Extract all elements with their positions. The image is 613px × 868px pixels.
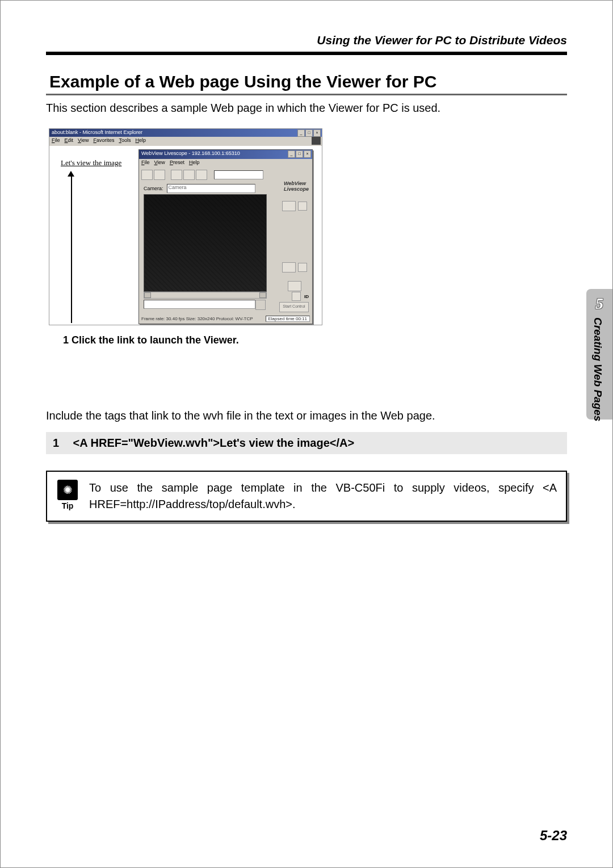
body-text: Include the tags that link to the wvh fi… bbox=[46, 409, 567, 422]
chapter-tab: 5 Creating Web Pages bbox=[586, 289, 612, 420]
tip-label: Tip bbox=[62, 501, 74, 510]
section-title: Example of a Web page Using the Viewer f… bbox=[46, 72, 567, 95]
viewer-menu-help: Help bbox=[189, 160, 200, 167]
toolbar-btn-1 bbox=[141, 170, 153, 180]
ie-menubar: File Edit View Favorites Tools Help bbox=[49, 137, 322, 146]
video-image bbox=[144, 194, 267, 292]
minimize-icon: _ bbox=[288, 150, 295, 158]
ie-menu-help: Help bbox=[135, 137, 146, 145]
start-control-button: Start Control bbox=[279, 302, 309, 312]
webview-logo: WebView Livescope bbox=[284, 181, 309, 192]
page-header: Using the Viewer for PC to Distribute Vi… bbox=[317, 33, 567, 47]
toolbar-btn-2 bbox=[154, 170, 165, 180]
viewer-toolbar bbox=[139, 168, 312, 182]
tip-box: ✺ Tip To use the sample page template in… bbox=[46, 471, 567, 522]
camera-field: Camera bbox=[167, 184, 255, 193]
viewer-menu-preset: Preset bbox=[170, 160, 184, 167]
viewer-menu-view: View bbox=[154, 160, 165, 167]
dropdown-arrow-icon bbox=[255, 300, 266, 310]
toolbar-dropdown bbox=[214, 170, 263, 179]
webpage-link: Let's view the image bbox=[61, 158, 121, 167]
ie-title-text: about:blank - Microsoft Internet Explore… bbox=[52, 129, 142, 135]
figure-caption: 1 Click the link to launch the Viewer. bbox=[63, 334, 239, 346]
ie-window-controls: _ □ × bbox=[297, 129, 321, 137]
side-up-icon bbox=[298, 202, 307, 211]
close-icon: × bbox=[313, 129, 321, 137]
side-btn-2 bbox=[282, 262, 296, 272]
horizontal-scrollbar bbox=[144, 292, 267, 299]
intro-text: This section describes a sample Web page… bbox=[46, 102, 567, 115]
status-text: Frame rate: 30.40 fps Size: 320x240 Prot… bbox=[141, 316, 253, 321]
bottom-dropdown bbox=[144, 300, 255, 309]
viewer-menu-file: File bbox=[141, 160, 150, 167]
viewer-window-controls: _ □ × bbox=[288, 150, 311, 158]
header-rule bbox=[46, 52, 567, 55]
ie-menu-tools: Tools bbox=[119, 137, 131, 145]
maximize-icon: □ bbox=[305, 129, 313, 137]
maximize-icon: □ bbox=[296, 150, 303, 158]
code-example: 1 <A HREF="WebView.wvh">Let's view the i… bbox=[46, 432, 567, 454]
side-btn-3 bbox=[288, 281, 301, 291]
id-label: ID bbox=[304, 294, 309, 299]
ie-titlebar: about:blank - Microsoft Internet Explore… bbox=[49, 129, 322, 137]
ie-body: Let's view the image WebView Livescope -… bbox=[51, 146, 321, 324]
chapter-title: Creating Web Pages bbox=[591, 317, 604, 421]
id-strip: ID bbox=[292, 292, 309, 301]
toolbar-btn-3 bbox=[171, 170, 182, 180]
lightbulb-icon: ✺ bbox=[57, 480, 78, 500]
chapter-number: 5 bbox=[595, 295, 603, 313]
close-icon: × bbox=[304, 150, 311, 158]
ie-logo-icon bbox=[312, 137, 321, 145]
viewer-window: WebView Livescope - 192.168.100.1:65310 … bbox=[138, 149, 313, 324]
ie-menu-edit: Edit bbox=[65, 137, 74, 145]
side-btn-1 bbox=[282, 201, 296, 211]
logo-line2: Livescope bbox=[284, 186, 309, 192]
ie-menu-view: View bbox=[78, 137, 89, 145]
arrow-line bbox=[71, 175, 72, 323]
viewer-title-text: WebView Livescope - 192.168.100.1:65310 bbox=[141, 150, 240, 156]
document-page: Using the Viewer for PC to Distribute Vi… bbox=[0, 0, 613, 868]
ie-menu-file: File bbox=[52, 137, 60, 145]
toolbar-btn-5 bbox=[196, 170, 207, 180]
viewer-titlebar: WebView Livescope - 192.168.100.1:65310 … bbox=[139, 150, 312, 159]
camera-label: Camera: bbox=[144, 186, 163, 191]
side-down-icon bbox=[298, 263, 307, 272]
refresh-icon bbox=[292, 292, 301, 301]
viewer-status-bar: Frame rate: 30.40 fps Size: 320x240 Prot… bbox=[141, 315, 310, 322]
tip-icon-group: ✺ Tip bbox=[56, 480, 79, 510]
code-text: <A HREF="WebView.wvh">Let's view the ima… bbox=[73, 437, 355, 449]
page-number: 5-23 bbox=[540, 828, 567, 844]
minimize-icon: _ bbox=[297, 129, 305, 137]
tip-text: To use the sample page template in the V… bbox=[89, 480, 557, 513]
side-controls bbox=[280, 201, 309, 291]
logo-line1: WebView bbox=[284, 181, 306, 186]
code-number: 1 bbox=[53, 437, 70, 450]
elapsed-time: Elapsed time 00:11 bbox=[266, 316, 310, 322]
viewer-menubar: File View Preset Help bbox=[139, 159, 312, 168]
toolbar-btn-4 bbox=[183, 170, 195, 180]
ie-window-screenshot: about:blank - Microsoft Internet Explore… bbox=[49, 128, 322, 325]
ie-menu-favorites: Favorites bbox=[93, 137, 114, 145]
